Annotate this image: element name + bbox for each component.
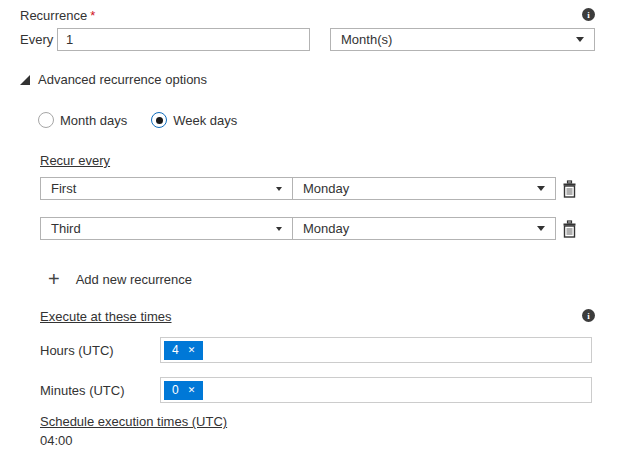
add-new-recurrence-label: Add new recurrence (76, 272, 192, 287)
radio-week-days-label[interactable]: Week days (173, 113, 237, 128)
required-marker: * (90, 8, 95, 23)
radio-week-days[interactable] (151, 112, 167, 128)
every-label: Every (20, 32, 57, 47)
radio-selected-dot (156, 117, 163, 124)
recurrence-unit-value: Month(s) (341, 32, 392, 47)
execute-header-row: Execute at these times i (20, 309, 595, 324)
minute-tag-value: 0 (172, 383, 179, 397)
chevron-down-icon (576, 37, 584, 42)
remove-tag-icon[interactable]: ✕ (188, 386, 196, 395)
hour-tag-chip: 4 ✕ (164, 341, 203, 360)
plus-icon: + (48, 271, 60, 287)
day-select-1[interactable]: Monday (292, 177, 556, 200)
minutes-label: Minutes (UTC) (40, 383, 160, 398)
ordinal-select-2[interactable]: Third (40, 217, 292, 240)
trash-icon (562, 180, 577, 198)
schedule-execution-times-label: Schedule execution times (UTC) (40, 414, 227, 429)
minutes-input[interactable]: 0 ✕ (160, 377, 592, 403)
hour-tag-value: 4 (172, 343, 179, 357)
radio-month-days[interactable] (38, 112, 54, 128)
hours-label: Hours (UTC) (40, 343, 160, 358)
day-type-radio-group: Month days Week days (38, 112, 595, 128)
chevron-down-icon (276, 227, 282, 231)
trash-icon (562, 220, 577, 238)
delete-recurrence-button-1[interactable] (562, 180, 577, 198)
recur-every-label: Recur every (40, 153, 110, 168)
ordinal-value-1: First (51, 181, 76, 196)
recurrence-unit-select[interactable]: Month(s) (330, 28, 595, 51)
recurrence-header-row: Recurrence* i (20, 8, 595, 23)
collapse-triangle-icon (20, 75, 30, 85)
add-new-recurrence-button[interactable]: + Add new recurrence (48, 271, 192, 287)
advanced-options-label: Advanced recurrence options (38, 72, 207, 87)
execute-info-icon[interactable]: i (582, 309, 595, 322)
chevron-down-icon (276, 187, 282, 191)
radio-month-days-label[interactable]: Month days (60, 113, 127, 128)
ordinal-value-2: Third (51, 221, 81, 236)
remove-tag-icon[interactable]: ✕ (188, 346, 196, 355)
recurrence-label-group: Recurrence* (20, 8, 95, 23)
recurrence-info-icon[interactable]: i (582, 8, 595, 21)
execute-times-label: Execute at these times (40, 309, 172, 324)
recurrence-form: Recurrence* i Every 1 Month(s) Advanced … (0, 0, 620, 450)
recurrence-label: Recurrence (20, 8, 87, 23)
day-select-2[interactable]: Monday (292, 217, 556, 240)
recurrence-row: Third Monday (40, 217, 595, 240)
schedule-execution-time-value: 04:00 (40, 433, 595, 448)
chevron-down-icon (537, 186, 545, 191)
hours-row: Hours (UTC) 4 ✕ (40, 337, 595, 363)
recurrence-row: First Monday (40, 177, 595, 200)
minute-tag-chip: 0 ✕ (164, 381, 203, 400)
day-value-2: Monday (303, 221, 349, 236)
ordinal-select-1[interactable]: First (40, 177, 292, 200)
delete-recurrence-button-2[interactable] (562, 220, 577, 238)
every-value-input[interactable]: 1 (57, 28, 310, 51)
hours-input[interactable]: 4 ✕ (160, 337, 592, 363)
day-value-1: Monday (303, 181, 349, 196)
chevron-down-icon (537, 226, 545, 231)
advanced-options-toggle[interactable]: Advanced recurrence options (20, 72, 595, 87)
every-row: Every 1 Month(s) (20, 28, 595, 51)
minutes-row: Minutes (UTC) 0 ✕ (40, 377, 595, 403)
every-value: 1 (66, 32, 73, 47)
